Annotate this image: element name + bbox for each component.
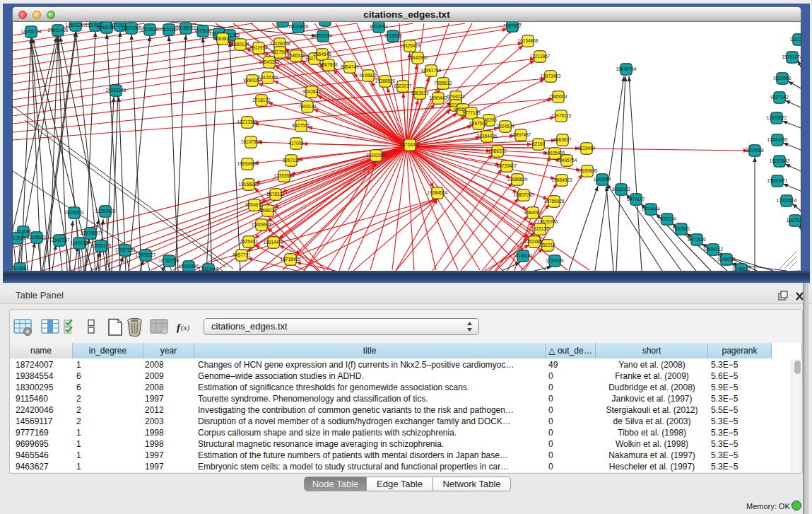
svg-text:12213967: 12213967 [530,54,551,59]
svg-text:7663822: 7663822 [213,36,232,41]
svg-text:9084067: 9084067 [524,210,542,215]
svg-text:10654112: 10654112 [703,247,724,252]
svg-text:15720407: 15720407 [497,163,517,168]
svg-text:20364436: 20364436 [477,134,498,139]
svg-text:17957253: 17957253 [115,247,136,252]
svg-text:6497508: 6497508 [469,121,488,126]
svg-text:12505175: 12505175 [91,243,112,248]
svg-text:4498222: 4498222 [259,208,277,213]
svg-text:6322037: 6322037 [394,83,412,88]
svg-text:2367608: 2367608 [319,62,338,67]
svg-text:1615132: 1615132 [531,226,549,231]
svg-text:9463627: 9463627 [553,137,572,142]
svg-text:(x): (x) [181,323,190,332]
svg-text:20691406: 20691406 [48,28,69,33]
svg-text:10958127: 10958127 [136,252,156,257]
svg-text:13325419: 13325419 [400,43,420,48]
svg-text:9245612: 9245612 [732,267,751,271]
svg-text:9474444: 9474444 [642,206,660,211]
svg-text:3919561: 3919561 [13,235,26,240]
svg-text:16961758: 16961758 [421,68,442,73]
svg-text:3919561: 3919561 [13,266,29,271]
svg-text:15409948: 15409948 [252,222,272,227]
svg-text:15388520: 15388520 [375,78,396,83]
svg-text:10756928: 10756928 [544,199,565,204]
svg-text:29495754: 29495754 [557,158,577,163]
svg-text:12213383: 12213383 [237,119,258,124]
svg-text:16648764: 16648764 [616,66,637,71]
svg-text:8454749: 8454749 [341,64,359,69]
svg-text:7955812: 7955812 [434,81,452,86]
svg-text:10671355: 10671355 [122,25,142,30]
svg-text:16210643: 16210643 [770,158,790,163]
svg-text:2354546: 2354546 [313,52,331,57]
svg-text:9227342: 9227342 [770,95,789,100]
svg-text:2986372: 2986372 [488,148,507,153]
svg-text:2718172: 2718172 [252,98,271,103]
svg-text:8660124: 8660124 [231,42,249,47]
svg-text:6794023: 6794023 [447,94,465,99]
svg-text:2935114: 2935114 [659,216,676,221]
svg-text:2687652: 2687652 [503,23,522,28]
svg-text:1145193: 1145193 [71,240,88,245]
svg-text:16782759: 16782759 [159,258,180,263]
svg-text:15751074: 15751074 [782,54,801,59]
svg-text:12923448: 12923448 [199,267,219,271]
svg-text:9777169: 9777169 [462,110,481,115]
svg-text:252214: 252214 [540,243,555,247]
svg-text:10975857: 10975857 [81,230,101,235]
svg-text:16107553: 16107553 [241,139,261,144]
svg-text:12023446: 12023446 [179,264,199,269]
svg-text:15716485: 15716485 [281,257,301,262]
svg-text:8427552: 8427552 [292,123,310,128]
svg-text:9457791: 9457791 [233,252,251,257]
svg-text:9115460: 9115460 [578,146,596,151]
svg-text:10807487: 10807487 [511,132,531,137]
svg-text:16640910: 16640910 [408,55,428,60]
svg-text:9242843: 9242843 [302,89,321,94]
svg-text:7625402: 7625402 [240,239,258,244]
svg-text:8186328: 8186328 [287,53,305,58]
svg-text:19384554: 19384554 [428,190,448,195]
svg-text:6479197: 6479197 [627,197,645,201]
svg-text:20206551: 20206551 [64,210,85,215]
svg-text:20053346: 20053346 [106,88,126,93]
svg-text:156: 156 [279,22,287,23]
svg-text:14055724: 14055724 [21,29,42,34]
svg-text:1990443: 1990443 [429,95,447,100]
svg-text:19166825: 19166825 [239,182,259,187]
svg-text:12359928: 12359928 [95,209,116,214]
svg-text:10543312: 10543312 [259,59,280,64]
svg-text:7632621: 7632621 [672,226,690,231]
svg-text:1167534: 1167534 [787,218,801,223]
svg-text:3024574: 3024574 [496,124,514,129]
svg-text:12353584: 12353584 [274,173,295,178]
svg-text:8813054: 8813054 [370,24,388,29]
svg-text:12975115: 12975115 [551,113,572,118]
svg-text:7357224: 7357224 [314,33,332,38]
svg-text:10653267: 10653267 [66,23,86,28]
svg-text:1733426: 1733426 [546,258,564,263]
svg-text:7515526: 7515526 [141,27,159,32]
svg-text:9327509: 9327509 [271,49,289,54]
svg-text:8938923: 8938923 [612,187,630,192]
svg-text:12093822: 12093822 [767,115,787,120]
svg-text:19654983: 19654983 [237,161,258,166]
svg-text:8912954: 8912954 [249,45,268,50]
svg-text:9245052: 9245052 [717,257,736,262]
svg-text:10688609: 10688609 [507,177,528,182]
svg-text:62160: 62160 [532,141,545,146]
svg-text:12342757: 12342757 [49,238,70,243]
svg-text:1640954: 1640954 [593,177,611,182]
svg-text:19302023: 19302023 [366,153,387,158]
svg-text:14136141: 14136141 [513,253,534,258]
svg-text:3215958: 3215958 [746,148,764,153]
svg-text:17016504: 17016504 [777,198,797,203]
svg-text:1362615: 1362615 [411,90,429,95]
svg-text:12444195: 12444195 [767,137,788,142]
svg-text:7803144: 7803144 [298,104,317,109]
svg-text:8471626: 8471626 [688,237,706,242]
svg-text:9329966: 9329966 [773,76,792,81]
svg-text:23226058: 23226058 [270,41,290,46]
svg-text:18724007: 18724007 [400,142,420,147]
